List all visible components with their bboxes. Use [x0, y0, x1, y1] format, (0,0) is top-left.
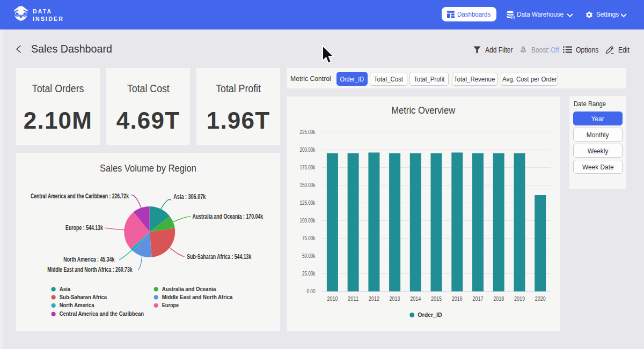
svg-text:Sub-Saharan Africa: Sub-Saharan Africa — [60, 294, 107, 300]
svg-text:125.00k: 125.00k — [299, 199, 316, 206]
svg-text:2017: 2017 — [473, 295, 484, 302]
svg-text:Middle East and North Africa: Middle East and North Africa — [162, 294, 233, 300]
svg-text:Australia and Oceania : 170.04: Australia and Oceania : 170.04k — [193, 213, 264, 220]
svg-text:2016: 2016 — [452, 295, 463, 302]
svg-text:Australia and Oceania: Australia and Oceania — [162, 286, 216, 292]
svg-text:2015: 2015 — [431, 295, 442, 302]
svg-text:North America: North America — [60, 302, 94, 308]
svg-text:Central America and the Caribb: Central America and the Caribbean : 226.… — [31, 192, 129, 200]
svg-text:75.00k: 75.00k — [302, 235, 316, 241]
svg-text:100.00k: 100.00k — [299, 217, 316, 224]
svg-text:Europe : 544.13k: Europe : 544.13k — [65, 224, 103, 232]
svg-text:2013: 2013 — [390, 295, 400, 302]
svg-text:Metric Overview: Metric Overview — [391, 105, 455, 116]
svg-text:2014: 2014 — [410, 295, 421, 302]
svg-text:50.00k: 50.00k — [302, 253, 316, 259]
svg-text:175.00k: 175.00k — [299, 164, 316, 170]
svg-text:Sales Volume by Region: Sales Volume by Region — [100, 162, 196, 174]
svg-text:2019: 2019 — [514, 295, 525, 302]
svg-text:225.00k: 225.00k — [299, 129, 316, 135]
svg-text:Asia : 306.07k: Asia : 306.07k — [173, 193, 206, 201]
svg-text:0.00: 0.00 — [307, 288, 316, 294]
svg-text:2011: 2011 — [348, 295, 358, 302]
svg-text:Order_ID: Order_ID — [418, 311, 442, 318]
svg-text:North America : 45.34k: North America : 45.34k — [63, 256, 114, 263]
svg-text:2018: 2018 — [493, 295, 504, 302]
svg-text:2012: 2012 — [369, 295, 379, 302]
svg-text:Europe: Europe — [162, 302, 179, 308]
svg-text:200.00k: 200.00k — [299, 146, 316, 153]
svg-text:Sub-Saharan Africa : 544.13k: Sub-Saharan Africa : 544.13k — [187, 253, 251, 261]
svg-text:Asia: Asia — [60, 286, 71, 292]
svg-text:Central America and the Caribb: Central America and the Caribbean — [60, 310, 144, 317]
svg-text:2010: 2010 — [327, 295, 338, 302]
svg-text:2020: 2020 — [535, 295, 546, 302]
svg-text:25.00k: 25.00k — [302, 270, 316, 277]
svg-text:Middle East and North Africa :: Middle East and North Africa : 260.73k — [47, 266, 133, 273]
svg-text:150.00k: 150.00k — [299, 182, 316, 188]
